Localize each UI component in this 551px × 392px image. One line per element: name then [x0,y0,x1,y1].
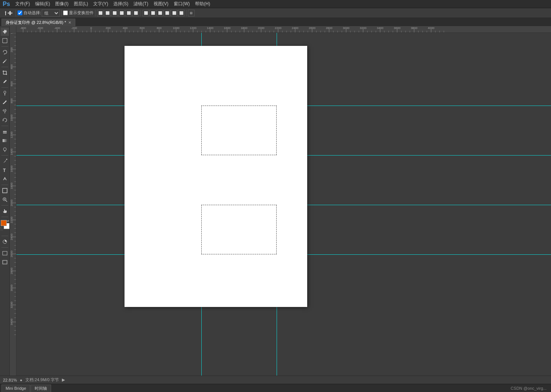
tab-filename: 身份证复印件 @ 22.8%(RGB/8) * [6,20,66,25]
auto-select-dropdown[interactable]: 组 图层 [42,9,60,17]
ruler-h-drawing [16,26,551,32]
menu-filter[interactable]: 滤镜(T) [131,0,151,8]
pen-tool[interactable] [1,157,9,165]
move-tool[interactable] [1,28,9,36]
toolbar-sep-5 [186,10,186,16]
status-dot: ● [20,378,22,382]
text-tool[interactable]: T [1,166,9,174]
rectangular-marquee-tool[interactable] [1,37,9,45]
dist-left-btn[interactable]: ⬜ [142,10,149,16]
svg-rect-16 [3,188,7,193]
dist-bottom-btn[interactable]: ⬜ [178,10,185,16]
menu-text[interactable]: 文字(Y) [91,0,111,8]
svg-rect-22 [3,251,7,255]
svg-point-11 [3,148,6,151]
magic-wand-tool[interactable] [1,57,9,65]
zoom-tool[interactable] [1,195,9,204]
show-transform-input[interactable] [63,10,68,15]
color-swatches: ⬛ ⇄ [1,220,9,233]
menu-image[interactable]: 图像(I) [53,0,71,8]
lasso-tool[interactable] [1,48,9,56]
menu-file[interactable]: 文件(F) [13,0,32,8]
show-transform-checkbox[interactable]: 显示变换控件 [63,10,94,16]
selection-rect-2 [201,205,277,254]
distribute-buttons: ⬜ ⬜ ⬜ ⬜ ⬜ ⬜ [142,10,185,16]
align-right-btn[interactable]: ⬜ [111,10,118,16]
svg-line-3 [3,60,6,63]
crop-tool[interactable] [1,69,9,77]
svg-rect-24 [3,261,6,263]
extra-btn[interactable]: ⊞ [188,10,195,16]
align-top-btn[interactable]: ⬜ [118,10,125,16]
screen-mode-btn2[interactable] [1,258,9,266]
color-swap-icon[interactable]: ⇄ [7,219,9,223]
align-center-v-btn[interactable]: ⬜ [125,10,132,16]
show-transform-label: 显示变换控件 [69,10,94,16]
mini-bridge-tab[interactable]: Mini Bridge [1,385,30,392]
menu-view[interactable]: 视图(V) [151,0,171,8]
tool-sep-8 [1,217,8,217]
svg-point-7 [3,110,4,111]
svg-line-18 [6,200,7,202]
move-tool-btn[interactable] [1,9,14,17]
tool-sep-2 [1,67,8,67]
quick-mask-btn[interactable] [1,238,9,246]
svg-text:T: T [3,168,6,173]
align-center-h-btn[interactable]: ⬜ [104,10,111,16]
timeline-tab[interactable]: 时间轴 [31,385,51,392]
status-left: 22.81% ● 文档:24.9M/0 字节 ▶ [3,377,548,383]
dist-top-btn[interactable]: ⬜ [164,10,170,16]
status-arrow[interactable]: ▶ [62,377,65,382]
shape-tool[interactable] [1,186,9,195]
auto-select-checkbox[interactable]: 自动选择: [18,10,41,16]
dist-right-btn[interactable]: ⬜ [157,10,163,16]
doc-info: 文档:24.9M/0 字节 [25,377,59,383]
history-brush-tool[interactable] [1,116,9,124]
auto-select-input[interactable] [18,10,22,15]
menu-select[interactable]: 选择(S) [111,0,131,8]
ruler-vertical [10,33,16,376]
menu-edit[interactable]: 编辑(E) [32,0,53,8]
svg-marker-4 [6,59,7,60]
ruler-corner [10,26,16,33]
eraser-tool[interactable] [1,128,9,136]
align-left-btn[interactable]: ⬜ [97,10,104,16]
toolbar-sep-2 [61,10,62,16]
main-layout: T ⬛ ⇄ [0,26,551,376]
clone-stamp-tool[interactable] [1,107,9,115]
ruler-v-drawing [10,33,16,376]
svg-rect-10 [3,139,7,142]
menu-window[interactable]: 窗口(W) [171,0,192,8]
document-tab[interactable]: 身份证复印件 @ 22.8%(RGB/8) * ✕ [1,19,75,26]
foreground-color[interactable] [1,220,7,226]
toolbar: 自动选择: 组 图层 显示变换控件 ⬜ ⬜ ⬜ ⬜ ⬜ ⬜ ⬜ ⬜ ⬜ ⬜ ⬜ … [0,8,551,18]
brush-tool[interactable] [1,98,9,106]
menu-help[interactable]: 帮助(H) [192,0,213,8]
document-canvas[interactable] [125,46,307,307]
healing-brush-tool[interactable] [1,89,9,97]
align-bottom-btn[interactable]: ⬜ [132,10,139,16]
gradient-tool[interactable] [1,137,9,145]
path-selection-tool[interactable] [1,175,9,183]
svg-rect-2 [3,38,7,43]
selection-rect-1 [201,106,277,155]
eyedropper-tool[interactable] [1,78,9,86]
app-logo: Ps [1,0,11,8]
dist-center-v-btn[interactable]: ⬜ [171,10,177,16]
canvas-inner[interactable] [16,33,551,376]
ruler-horizontal [16,26,551,33]
watermark: CSDN @onc_virg... [511,386,547,391]
status-bar: 22.81% ● 文档:24.9M/0 字节 ▶ [0,376,551,384]
hand-tool[interactable] [1,207,9,215]
tool-sep-9 [1,236,8,236]
tab-close-btn[interactable]: ✕ [68,21,71,25]
color-reset-icon[interactable]: ⬛ [0,228,3,231]
menu-bar: Ps 文件(F) 编辑(E) 图像(I) 图层(L) 文字(Y) 选择(S) 滤… [0,0,551,8]
tool-sep-4 [1,126,8,126]
screen-mode-btn[interactable] [1,249,9,257]
menu-layer[interactable]: 图层(L) [71,0,91,8]
zoom-percent: 22.81% [3,378,17,382]
auto-select-label: 自动选择: [23,10,41,16]
dodge-tool[interactable] [1,145,9,154]
dist-center-h-btn[interactable]: ⬜ [149,10,156,16]
